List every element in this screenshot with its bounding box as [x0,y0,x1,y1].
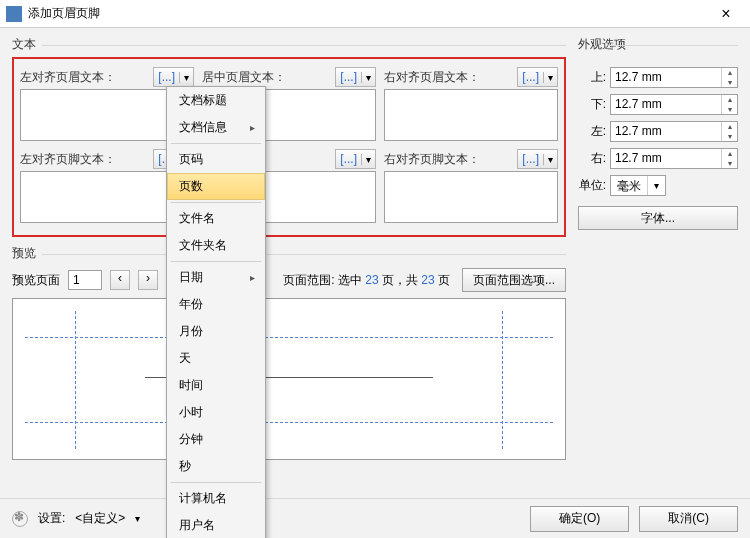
menu-item-page-count[interactable]: 页数 [167,173,265,200]
left-header-label: 左对齐页眉文本： [20,69,116,86]
right-header-label: 右对齐页眉文本： [384,69,480,86]
chevron-down-icon: ▾ [543,154,557,165]
appearance-group-label: 外观选项 [578,36,738,53]
margin-top-input[interactable]: 12.7 mm▴▾ [610,67,738,88]
menu-item-day[interactable]: 天 [167,345,265,372]
menu-item-file-name[interactable]: 文件名 [167,205,265,232]
unit-select[interactable]: 毫米▾ [610,175,666,196]
titlebar: 添加页眉页脚 × [0,0,750,28]
right-footer-textarea[interactable] [384,171,558,223]
next-page-button[interactable]: › [138,270,158,290]
preview-group-label: 预览 [12,245,566,262]
page-range-options-button[interactable]: 页面范围选项... [462,268,566,292]
preview-area [12,298,566,460]
footer-bar: 设置: <自定义> ▾ 确定(O) 取消(C) [0,498,750,538]
menu-item-folder-name[interactable]: 文件夹名 [167,232,265,259]
margin-bottom-label: 下: [578,96,606,113]
center-footer-insert-button[interactable]: [...] ▾ [335,149,376,169]
left-footer-label: 左对齐页脚文本： [20,151,116,168]
chevron-right-icon: ▸ [250,272,255,283]
right-header-textarea[interactable] [384,89,558,141]
menu-item-computer[interactable]: 计算机名 [167,485,265,512]
margin-right-input[interactable]: 12.7 mm▴▾ [610,148,738,169]
menu-item-user[interactable]: 用户名 [167,512,265,538]
menu-item-time[interactable]: 时间 [167,372,265,399]
center-header-insert-button[interactable]: [...] ▾ [335,67,376,87]
cancel-button[interactable]: 取消(C) [639,506,738,532]
margin-top-label: 上: [578,69,606,86]
prev-page-button[interactable]: ‹ [110,270,130,290]
menu-item-year[interactable]: 年份 [167,291,265,318]
menu-item-month[interactable]: 月份 [167,318,265,345]
margin-left-label: 左: [578,123,606,140]
center-header-label: 居中页眉文本： [202,69,286,86]
menu-item-second[interactable]: 秒 [167,453,265,480]
preview-page-label: 预览页面 [12,272,60,289]
text-fields-container: 左对齐页眉文本： [...] ▾ 居中页眉文本： [...] [12,57,566,237]
chevron-down-icon[interactable]: ▾ [135,513,140,524]
gear-icon[interactable] [12,511,28,527]
chevron-right-icon: ▸ [250,122,255,133]
menu-item-hour[interactable]: 小时 [167,399,265,426]
chevron-down-icon: ▾ [361,154,375,165]
chevron-down-icon: ▾ [543,72,557,83]
close-button[interactable]: × [708,5,744,23]
margin-bottom-input[interactable]: 12.7 mm▴▾ [610,94,738,115]
menu-item-minute[interactable]: 分钟 [167,426,265,453]
settings-label: 设置: [38,510,65,527]
preview-page-input[interactable] [68,270,102,290]
unit-label: 单位: [578,177,606,194]
menu-item-doc-info[interactable]: 文档信息▸ [167,114,265,141]
app-icon [6,6,22,22]
right-header-insert-button[interactable]: [...] ▾ [517,67,558,87]
menu-item-date[interactable]: 日期▸ [167,264,265,291]
menu-item-doc-title[interactable]: 文档标题 [167,87,265,114]
text-group-label: 文本 [12,36,566,53]
right-footer-insert-button[interactable]: [...] ▾ [517,149,558,169]
margin-right-label: 右: [578,150,606,167]
window-title: 添加页眉页脚 [28,5,708,22]
margin-left-input[interactable]: 12.7 mm▴▾ [610,121,738,142]
menu-item-page-num[interactable]: 页码 [167,146,265,173]
font-button[interactable]: 字体... [578,206,738,230]
left-header-insert-button[interactable]: [...] ▾ [153,67,194,87]
ok-button[interactable]: 确定(O) [530,506,629,532]
chevron-down-icon: ▾ [361,72,375,83]
insert-field-menu: 文档标题 文档信息▸ 页码 页数 文件名 文件夹名 日期▸ 年份 月份 天 时间… [166,86,266,538]
right-footer-label: 右对齐页脚文本： [384,151,480,168]
settings-value[interactable]: <自定义> [75,510,125,527]
chevron-down-icon: ▾ [179,72,193,83]
